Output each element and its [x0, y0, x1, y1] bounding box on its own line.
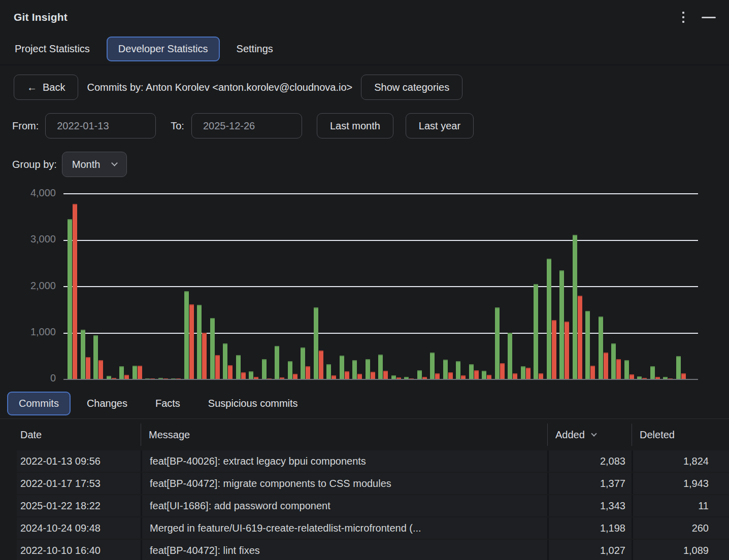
- bar-added: [197, 305, 202, 379]
- bar-deleted: [306, 366, 310, 379]
- bar-deleted: [73, 204, 77, 379]
- commit-message: Merged in feature/UI-619-create-relatedl…: [141, 517, 547, 539]
- column-header-added[interactable]: Added: [547, 424, 632, 446]
- bar-deleted: [616, 359, 621, 379]
- commit-date: 2025-01-22 18:22: [17, 495, 141, 516]
- bar-deleted: [189, 304, 194, 379]
- bar-deleted: [241, 372, 246, 379]
- bar-added: [469, 364, 474, 379]
- table-header: Date Message Added Deleted: [17, 419, 729, 450]
- commits-table: Date Message Added Deleted 2022-01-13 09…: [0, 419, 729, 560]
- bar-added: [236, 355, 241, 379]
- y-tick: 1,000: [30, 326, 56, 338]
- bar-deleted: [590, 366, 595, 379]
- chevron-down-icon: [112, 160, 118, 166]
- table-row[interactable]: 2022-10-10 16:40 feat[BP-40472]: lint fi…: [17, 540, 729, 560]
- minimize-icon[interactable]: [702, 17, 716, 18]
- date-filter-row: From: 2022-01-13 To: 2025-12-26 Last mon…: [12, 113, 729, 138]
- main-nav-tabs: Project Statistics Developer Statistics …: [0, 37, 729, 61]
- group-by-select[interactable]: Month: [62, 152, 127, 177]
- bar-added: [223, 343, 227, 379]
- bar-deleted: [565, 322, 569, 379]
- column-header-deleted[interactable]: Deleted: [632, 424, 729, 446]
- bar-added: [585, 311, 590, 379]
- bar-added: [611, 343, 616, 379]
- last-year-button[interactable]: Last year: [406, 113, 474, 138]
- bar-added: [547, 259, 551, 379]
- show-categories-button[interactable]: Show categories: [361, 75, 462, 100]
- chart-y-axis: 4,000 3,000 2,000 1,000 0: [0, 194, 57, 379]
- column-header-date[interactable]: Date: [17, 424, 141, 446]
- commit-deleted: 1,943: [632, 473, 729, 494]
- commit-message: feat[BP-40472]: lint fixes: [141, 540, 547, 560]
- bar-deleted: [371, 372, 375, 379]
- detail-tabs: Commits Changes Facts Suspicious commits: [4, 392, 729, 415]
- bar-added: [326, 364, 331, 379]
- titlebar: Git Insight: [0, 0, 729, 26]
- table-row[interactable]: 2022-01-17 17:53 feat[BP-40472]: migrate…: [17, 473, 729, 494]
- tab-suspicious-commits[interactable]: Suspicious commits: [196, 392, 310, 415]
- from-date-input[interactable]: 2022-01-13: [45, 113, 156, 138]
- bar-deleted: [383, 371, 388, 379]
- chart-plot-area: [63, 194, 698, 379]
- table-row[interactable]: 2025-01-22 18:22 feat[UI-1686]: add pass…: [17, 495, 729, 516]
- commit-deleted: 1,824: [632, 450, 729, 472]
- commit-deleted: 260: [632, 517, 729, 539]
- commit-deleted: 11: [632, 495, 729, 516]
- bar-deleted: [345, 371, 349, 379]
- tab-settings[interactable]: Settings: [225, 37, 285, 61]
- bar-added: [262, 359, 267, 379]
- commit-added: 2,083: [547, 450, 632, 472]
- bar-added: [599, 317, 603, 379]
- bar-added: [559, 270, 564, 379]
- bar-added: [573, 235, 577, 379]
- commits-bar-chart: 4,000 3,000 2,000 1,000 0: [0, 184, 729, 387]
- bar-deleted: [526, 368, 531, 379]
- commit-date: 2022-01-13 09:56: [17, 450, 141, 472]
- chart-bars: [63, 194, 698, 379]
- kebab-menu-icon[interactable]: [680, 10, 686, 25]
- bar-deleted: [98, 360, 103, 379]
- commit-deleted: 1,089: [632, 540, 729, 560]
- y-tick: 0: [50, 372, 56, 384]
- page-title: Commits by: Anton Korolev <anton.korolev…: [87, 82, 352, 93]
- bar-added: [495, 307, 500, 379]
- bar-added: [68, 219, 72, 379]
- sort-desc-icon: [591, 431, 597, 436]
- bar-added: [352, 360, 357, 379]
- bar-added: [443, 360, 448, 379]
- commit-message: feat[BP-40472]: migrate components to CS…: [141, 473, 547, 494]
- bar-added: [650, 366, 655, 379]
- bar-added: [301, 347, 305, 379]
- commit-date: 2022-10-10 16:40: [17, 540, 141, 560]
- tab-facts[interactable]: Facts: [144, 392, 192, 415]
- tab-commits[interactable]: Commits: [7, 392, 71, 415]
- group-by-value: Month: [72, 159, 101, 170]
- tab-project-statistics[interactable]: Project Statistics: [3, 37, 102, 61]
- tab-developer-statistics[interactable]: Developer Statistics: [107, 37, 220, 61]
- bar-added: [534, 284, 538, 379]
- group-by-row: Group by: Month: [12, 152, 729, 177]
- bar-deleted: [448, 372, 453, 379]
- tab-changes[interactable]: Changes: [75, 392, 139, 415]
- bar-added: [119, 366, 124, 379]
- bar-deleted: [319, 351, 323, 379]
- bar-added: [288, 361, 292, 379]
- x-axis-baseline: [63, 379, 698, 380]
- table-row[interactable]: 2022-01-13 09:56 feat[BP-40026]: extract…: [17, 450, 729, 472]
- back-arrow-icon: ←: [27, 82, 37, 93]
- bar-added: [249, 371, 253, 379]
- table-row[interactable]: 2024-10-24 09:48 Merged in feature/UI-61…: [17, 517, 729, 539]
- from-label: From:: [12, 120, 39, 132]
- bar-added: [430, 353, 435, 379]
- bar-deleted: [552, 320, 556, 379]
- bar-added: [184, 291, 189, 379]
- last-month-button[interactable]: Last month: [317, 113, 393, 138]
- column-header-message[interactable]: Message: [141, 424, 547, 446]
- commit-message: feat[BP-40026]: extract legacy bpui comp…: [141, 450, 547, 472]
- bar-deleted: [578, 296, 582, 379]
- commit-date: 2024-10-24 09:48: [17, 517, 141, 539]
- back-button[interactable]: ← Back: [14, 75, 78, 100]
- to-date-input[interactable]: 2025-12-26: [191, 113, 302, 138]
- commit-date: 2022-01-17 17:53: [17, 473, 141, 494]
